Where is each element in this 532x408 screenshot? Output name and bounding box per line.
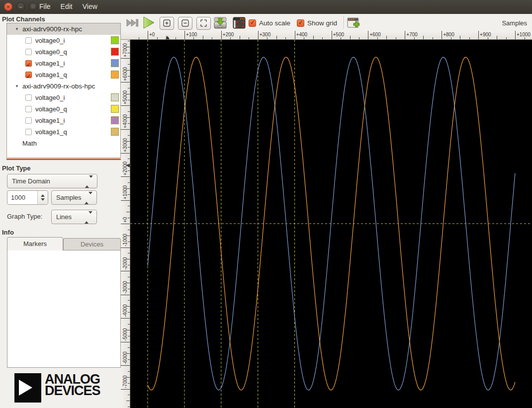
show-grid-checkbox[interactable]: ✓ xyxy=(297,19,304,27)
y-tick-label: +5000 xyxy=(122,90,128,104)
y-tick-label: +1000 xyxy=(122,185,128,199)
channel-color-swatch[interactable] xyxy=(111,36,119,44)
channel-checkbox[interactable] xyxy=(25,129,32,135)
ruler-corner xyxy=(121,31,130,40)
y-minor-tick xyxy=(128,336,130,336)
y-minor-tick xyxy=(128,242,130,242)
x-minor-tick xyxy=(267,37,267,39)
channel-label: voltage0_i xyxy=(35,94,65,101)
x-minor-tick xyxy=(304,37,304,39)
menu-edit[interactable]: Edit xyxy=(57,0,76,13)
minimize-button[interactable]: – xyxy=(16,2,25,11)
close-button[interactable]: ✕ xyxy=(4,2,12,11)
expander-triangle-icon[interactable]: ▼ xyxy=(15,81,19,92)
waveform-plot[interactable] xyxy=(130,40,532,408)
analog-devices-logo xyxy=(14,373,41,403)
zoom-out-button[interactable] xyxy=(178,17,192,30)
expander-triangle-icon[interactable]: ▼ xyxy=(15,23,19,35)
zoom-fit-button[interactable] xyxy=(196,17,211,30)
chevron-updown-icon xyxy=(85,214,92,221)
menu-view[interactable]: View xyxy=(79,0,101,13)
y-tick-label: +7000 xyxy=(122,43,128,57)
channel-label: voltage0_q xyxy=(35,48,67,56)
y-minor-tick xyxy=(128,347,130,348)
sample-unit-select[interactable]: Samples xyxy=(51,190,97,205)
y-minor-tick xyxy=(126,353,130,354)
channel-checkbox[interactable] xyxy=(25,106,32,112)
device-row-axi-adrv9009-rx-obs-hpc[interactable]: ▼axi-adrv9009-rx-obs-hpc xyxy=(7,81,120,92)
tab-markers[interactable]: Markers xyxy=(7,237,63,250)
menu-file[interactable]: File xyxy=(36,0,54,13)
x-minor-tick xyxy=(313,36,314,39)
x-ruler[interactable]: +0+100+200+300+400+500+600+700+800+900+1… xyxy=(130,31,532,40)
fullscreen-icon[interactable] xyxy=(232,16,246,30)
channel-color-swatch[interactable] xyxy=(111,48,119,56)
channel-checkbox[interactable]: ✓ xyxy=(25,72,32,78)
tab-devices[interactable]: Devices xyxy=(63,238,121,250)
y-minor-tick xyxy=(128,324,130,325)
y-major-tick xyxy=(121,105,130,106)
channel-row-axi-adrv9009-rx-hpc-voltage0_q[interactable]: voltage0_q xyxy=(7,46,120,58)
channel-color-swatch[interactable] xyxy=(111,128,119,136)
y-minor-tick xyxy=(128,182,130,183)
y-minor-tick xyxy=(128,111,130,112)
channel-row-axi-adrv9009-rx-obs-hpc-voltage0_q[interactable]: voltage0_q xyxy=(7,103,120,115)
sample-count-input[interactable] xyxy=(7,191,40,204)
y-ruler[interactable]: +7000+6000+5000+4000+3000+2000+1000+0-10… xyxy=(121,40,130,408)
channel-checkbox[interactable] xyxy=(25,117,32,124)
channel-color-swatch[interactable] xyxy=(111,59,119,67)
graph-type-value: Lines xyxy=(56,210,72,224)
zoom-in-button[interactable] xyxy=(160,17,174,30)
graph-type-select[interactable]: Lines xyxy=(51,210,97,224)
sidebar: Plot Channels ▼axi-adrv9009-rx-hpcvoltag… xyxy=(0,14,121,408)
spinner-buttons[interactable] xyxy=(37,191,48,204)
panel-separator[interactable] xyxy=(6,159,121,160)
channel-row-axi-adrv9009-rx-hpc-voltage0_i[interactable]: voltage0_i xyxy=(7,35,120,46)
y-major-tick xyxy=(121,58,130,59)
device-row-axi-adrv9009-rx-hpc[interactable]: ▼axi-adrv9009-rx-hpc xyxy=(7,23,120,35)
sample-count-spinner[interactable] xyxy=(7,190,48,205)
channel-color-swatch[interactable] xyxy=(111,105,119,113)
x-tick-label: +900 xyxy=(480,32,491,37)
channel-checkbox[interactable] xyxy=(25,49,32,55)
auto-scale-checkbox[interactable]: ✓ xyxy=(249,19,256,27)
channel-color-swatch[interactable] xyxy=(111,71,119,79)
new-plot-icon[interactable] xyxy=(347,16,361,30)
y-minor-tick xyxy=(128,147,130,148)
capture-once-icon[interactable] xyxy=(126,19,139,27)
channel-label: voltage0_q xyxy=(35,105,67,113)
channel-tree[interactable]: ▼axi-adrv9009-rx-hpcvoltage0_ivoltage0_q… xyxy=(6,23,121,158)
y-minor-tick xyxy=(126,401,130,401)
math-row[interactable]: Math xyxy=(7,138,120,149)
channel-checkbox[interactable] xyxy=(25,37,32,44)
channel-row-axi-adrv9009-rx-obs-hpc-voltage1_i[interactable]: voltage1_i xyxy=(7,115,120,126)
y-minor-tick xyxy=(126,236,130,236)
chevron-updown-icon xyxy=(85,178,93,185)
x-minor-tick xyxy=(276,36,277,39)
channel-row-axi-adrv9009-rx-hpc-voltage1_i[interactable]: ✓voltage1_i xyxy=(7,58,120,69)
y-major-tick xyxy=(121,365,130,366)
channel-row-axi-adrv9009-rx-obs-hpc-voltage0_i[interactable]: voltage0_i xyxy=(7,92,120,103)
check-icon: ✓ xyxy=(298,19,303,26)
channel-color-swatch[interactable] xyxy=(111,93,119,101)
y-tick-label: +2000 xyxy=(122,162,128,175)
y-minor-tick xyxy=(126,141,130,142)
y-minor-tick xyxy=(126,259,130,259)
y-minor-tick xyxy=(126,117,130,118)
channel-color-swatch[interactable] xyxy=(111,116,119,124)
channel-checkbox[interactable] xyxy=(25,94,32,101)
channel-checkbox[interactable]: ✓ xyxy=(25,60,32,67)
x-minor-tick xyxy=(350,36,351,39)
play-button[interactable] xyxy=(142,16,156,29)
save-icon[interactable] xyxy=(213,16,227,30)
y-major-tick xyxy=(121,153,130,154)
x-major-tick xyxy=(221,31,222,39)
x-major-tick xyxy=(332,31,332,39)
device-name: axi-adrv9009-rx-hpc xyxy=(22,25,82,33)
y-major-tick xyxy=(121,224,130,224)
markers-panel xyxy=(7,250,121,368)
channel-row-axi-adrv9009-rx-obs-hpc-voltage1_q[interactable]: voltage1_q xyxy=(7,126,120,138)
zoom-out-icon xyxy=(178,17,192,29)
channel-row-axi-adrv9009-rx-hpc-voltage1_q[interactable]: ✓voltage1_q xyxy=(7,69,120,81)
plot-type-select[interactable]: Time Domain xyxy=(7,174,97,188)
